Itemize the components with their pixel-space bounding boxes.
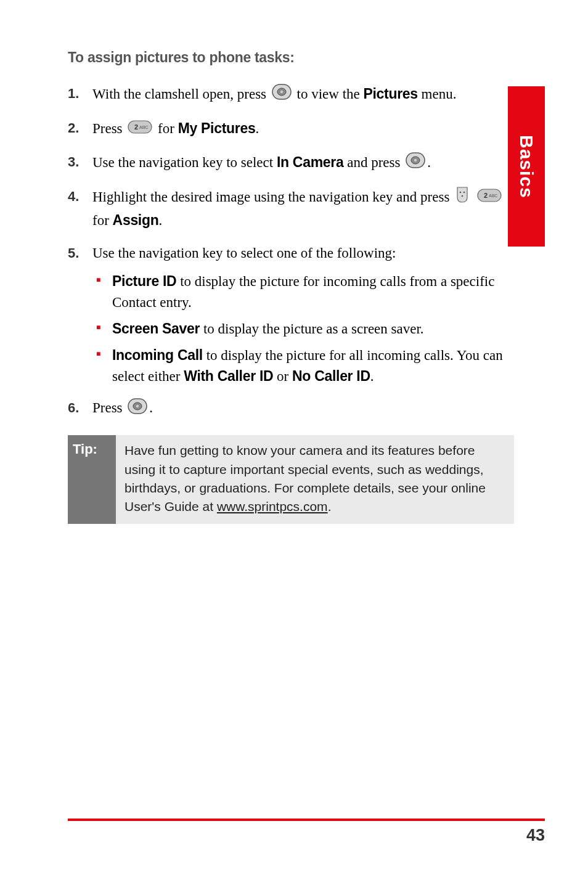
option-incoming-call-text-b: or [273, 369, 292, 384]
step-6-text-b: . [149, 400, 153, 415]
option-incoming-call-label: Incoming Call [112, 347, 203, 363]
instruction-heading: To assign pictures to phone tasks: [68, 49, 514, 66]
svg-point-9 [460, 192, 462, 194]
step-2-item: My Pictures [178, 120, 256, 136]
step-3-item: In Camera [277, 154, 344, 170]
step-4-text-c: for [92, 213, 113, 228]
ok-button-icon [128, 398, 147, 421]
option-screen-saver: Screen Saver to display the picture as a… [92, 319, 514, 339]
svg-point-17 [136, 404, 139, 407]
svg-text:ABC: ABC [489, 194, 497, 198]
step-4-text-d: . [158, 213, 162, 228]
svg-point-11 [462, 195, 463, 197]
step-4-text-a: Highlight the desired image using the na… [92, 189, 453, 204]
svg-text:ABC: ABC [139, 125, 148, 129]
step-1: With the clamshell open, press to view t… [68, 83, 514, 107]
step-2-text-c: . [255, 121, 259, 136]
tip-box: Tip: Have fun getting to know your camer… [68, 435, 514, 524]
step-3-text-b: and press [343, 155, 404, 170]
svg-text:2: 2 [484, 192, 488, 199]
option-picture-id: Picture ID to display the picture for in… [92, 271, 514, 312]
step-1-menu: Pictures [363, 86, 417, 102]
svg-point-2 [280, 91, 283, 93]
step-1-text-c: menu. [418, 86, 457, 102]
step-4: Highlight the desired image using the na… [68, 186, 514, 232]
step-2-text-a: Press [92, 121, 126, 136]
option-no-caller-id: No Caller ID [292, 368, 370, 384]
step-1-text-b: to view the [293, 86, 364, 102]
step-1-text-a: With the clamshell open, press [92, 86, 270, 102]
svg-text:2: 2 [134, 123, 138, 131]
step-5-text: Use the navigation key to select one of … [92, 245, 396, 261]
page-number: 43 [68, 826, 545, 845]
step-2-text-b: for [154, 121, 178, 136]
step-3-text-a: Use the navigation key to select [92, 155, 277, 170]
step-6: Press . [68, 398, 514, 420]
key-2abc-icon: 2ABC [477, 187, 502, 209]
step-4-item: Assign [113, 212, 159, 228]
option-incoming-call: Incoming Call to display the picture for… [92, 345, 514, 386]
step-2: Press 2ABC for My Pictures. [68, 118, 514, 141]
option-screen-saver-label: Screen Saver [112, 321, 200, 337]
option-with-caller-id: With Caller ID [184, 368, 273, 384]
tip-content: Have fun getting to know your camera and… [116, 435, 514, 524]
steps-list: With the clamshell open, press to view t… [68, 83, 514, 420]
step-5-options: Picture ID to display the picture for in… [92, 271, 514, 386]
ok-button-icon [406, 152, 425, 175]
svg-point-8 [414, 159, 417, 161]
option-picture-id-label: Picture ID [112, 273, 176, 289]
option-screen-saver-text: to display the picture as a screen saver… [200, 321, 423, 337]
step-5: Use the navigation key to select one of … [68, 243, 514, 386]
section-tab-label: Basics [516, 135, 537, 198]
tip-text-b: . [328, 499, 332, 513]
step-4-text-b [472, 189, 475, 204]
tip-label: Tip: [68, 435, 116, 524]
option-incoming-call-text-c: . [370, 369, 374, 384]
step-3-text-c: . [427, 155, 431, 170]
svg-point-10 [463, 192, 465, 194]
tip-link[interactable]: www.sprintpcs.com [217, 499, 328, 513]
page-footer: 43 [68, 819, 545, 845]
content-area: To assign pictures to phone tasks: With … [68, 49, 545, 524]
step-6-text-a: Press [92, 400, 126, 415]
step-3: Use the navigation key to select In Came… [68, 152, 514, 175]
footer-divider [68, 819, 545, 821]
ok-button-icon [272, 84, 292, 107]
key-2abc-icon: 2ABC [128, 119, 152, 141]
softkey-icon [455, 186, 470, 210]
page: Basics To assign pictures to phone tasks… [0, 0, 588, 882]
